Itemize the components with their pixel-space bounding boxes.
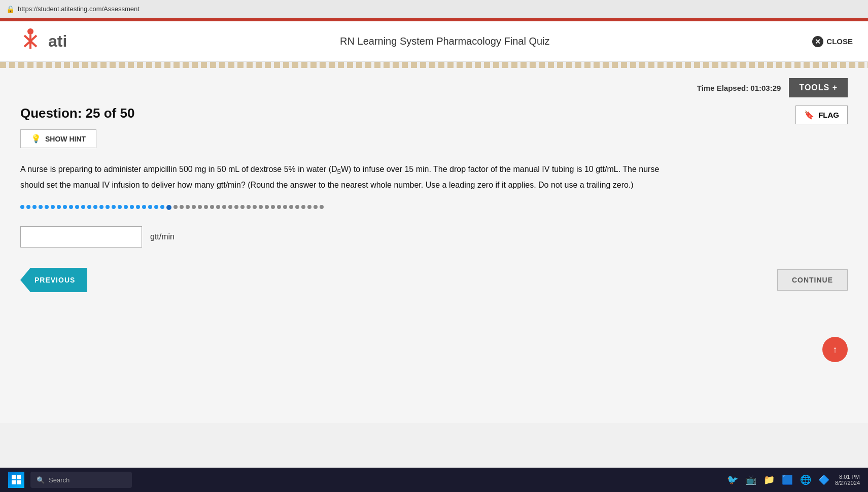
- progress-dot-17: [118, 205, 122, 209]
- svg-rect-4: [12, 475, 16, 479]
- taskbar-icon-teams[interactable]: 🟦: [780, 473, 794, 487]
- dashed-separator: [0, 62, 868, 68]
- progress-dot-39: [253, 205, 257, 209]
- progress-dot-6: [51, 205, 55, 209]
- progress-dot-26: [173, 205, 178, 209]
- svg-rect-5: [17, 475, 21, 479]
- progress-dot-21: [142, 205, 146, 209]
- close-button[interactable]: ✕ CLOSE: [812, 36, 853, 47]
- taskbar-search[interactable]: 🔍 Search: [30, 472, 132, 488]
- dot-progress: [20, 201, 848, 214]
- progress-dot-30: [198, 205, 202, 209]
- progress-dot-40: [259, 205, 263, 209]
- taskbar-icon-edge[interactable]: 🌐: [798, 473, 813, 487]
- progress-dot-15: [106, 205, 110, 209]
- progress-dot-43: [277, 205, 281, 209]
- progress-dot-46: [295, 205, 299, 209]
- taskbar: 🔍 Search 🐦 📺 📁 🟦 🌐 🔷 8:01 PM 8/27/2024: [0, 468, 868, 492]
- progress-dot-19: [130, 205, 134, 209]
- tools-button[interactable]: TOOLS +: [789, 78, 848, 97]
- windows-logo-icon: [11, 475, 21, 485]
- progress-dot-42: [271, 205, 275, 209]
- progress-dot-20: [136, 205, 140, 209]
- progress-dot-23: [154, 205, 158, 209]
- logo-text: ati: [48, 32, 67, 51]
- taskbar-icon-media[interactable]: 📺: [744, 473, 758, 487]
- question-text: A nurse is preparing to administer ampic…: [20, 162, 680, 192]
- hint-bulb-icon: 💡: [31, 134, 41, 144]
- progress-dot-18: [124, 205, 128, 209]
- progress-dot-14: [99, 205, 103, 209]
- question-header: Question: 25 of 50: [20, 106, 134, 121]
- windows-start-button[interactable]: [8, 472, 24, 488]
- page-header: ati RN Learning System Pharmacology Fina…: [0, 21, 868, 62]
- unit-label: gtt/min: [150, 232, 175, 241]
- progress-dot-28: [186, 205, 190, 209]
- progress-dot-49: [314, 205, 318, 209]
- close-label: CLOSE: [826, 37, 853, 46]
- progress-dot-44: [283, 205, 287, 209]
- quiz-title: RN Learning System Pharmacology Final Qu…: [340, 36, 550, 47]
- ati-logo-svg: [15, 27, 48, 55]
- progress-dot-38: [247, 205, 251, 209]
- previous-button[interactable]: PREVIOUS: [30, 268, 87, 292]
- prev-arrow-icon: [20, 268, 30, 292]
- progress-dot-48: [307, 205, 311, 209]
- taskbar-icon-bird[interactable]: 🐦: [725, 473, 740, 487]
- progress-dot-3: [32, 205, 37, 209]
- svg-point-0: [27, 28, 33, 34]
- search-icon: 🔍: [37, 476, 45, 484]
- flag-label: FLAG: [818, 111, 839, 119]
- lock-icon: 🔒: [6, 5, 15, 13]
- progress-dot-41: [265, 205, 269, 209]
- svg-rect-6: [12, 480, 16, 484]
- taskbar-time: 8:01 PM 8/27/2024: [835, 474, 860, 486]
- red-circle-button[interactable]: ↑: [822, 337, 848, 362]
- progress-dot-33: [216, 205, 220, 209]
- svg-rect-7: [17, 480, 21, 484]
- progress-dot-32: [210, 205, 214, 209]
- previous-button-wrapper[interactable]: PREVIOUS: [20, 268, 87, 292]
- progress-dot-1: [20, 205, 24, 209]
- taskbar-icons: 🐦 📺 📁 🟦 🌐 🔷 8:01 PM 8/27/2024: [725, 473, 860, 487]
- progress-dot-24: [160, 205, 164, 209]
- progress-dot-36: [234, 205, 238, 209]
- search-placeholder: Search: [49, 476, 70, 484]
- time-value: 01:03:29: [750, 84, 781, 92]
- progress-dot-35: [228, 205, 232, 209]
- taskbar-icon-folder[interactable]: 📁: [762, 473, 776, 487]
- progress-dot-29: [192, 205, 196, 209]
- progress-dot-16: [112, 205, 116, 209]
- progress-dot-4: [39, 205, 43, 209]
- progress-dot-45: [289, 205, 293, 209]
- taskbar-icon-store[interactable]: 🔷: [817, 473, 831, 487]
- time-elapsed: Time Elapsed: 01:03:29: [697, 84, 781, 92]
- continue-button[interactable]: CONTINUE: [777, 269, 848, 291]
- flag-icon: 🔖: [804, 110, 814, 120]
- show-hint-button[interactable]: 💡 SHOW HINT: [20, 129, 96, 148]
- browser-bar: 🔒 https://student.atitesting.com/Assessm…: [0, 0, 868, 18]
- tools-row: Time Elapsed: 01:03:29 TOOLS +: [20, 78, 848, 97]
- flag-button[interactable]: 🔖 FLAG: [795, 106, 848, 124]
- answer-area: gtt/min: [20, 226, 848, 248]
- ati-logo: ati: [15, 27, 67, 55]
- progress-dot-27: [180, 205, 184, 209]
- browser-url: https://student.atitesting.com/Assessmen…: [18, 5, 140, 13]
- progress-dot-5: [45, 205, 49, 209]
- progress-dot-50: [320, 205, 324, 209]
- progress-dot-22: [148, 205, 152, 209]
- progress-dot-12: [87, 205, 91, 209]
- progress-dot-13: [93, 205, 97, 209]
- progress-dot-31: [204, 205, 208, 209]
- progress-dot-2: [26, 205, 30, 209]
- answer-input[interactable]: [20, 226, 142, 248]
- progress-dot-25: [166, 205, 171, 210]
- progress-dot-34: [222, 205, 226, 209]
- time-elapsed-label: Time Elapsed:: [697, 84, 748, 92]
- progress-dot-7: [57, 205, 61, 209]
- progress-dot-8: [63, 205, 67, 209]
- red-circle-icon: ↑: [833, 344, 838, 355]
- navigation-row: PREVIOUS CONTINUE: [20, 268, 848, 292]
- progress-dot-10: [75, 205, 79, 209]
- show-hint-label: SHOW HINT: [45, 135, 86, 143]
